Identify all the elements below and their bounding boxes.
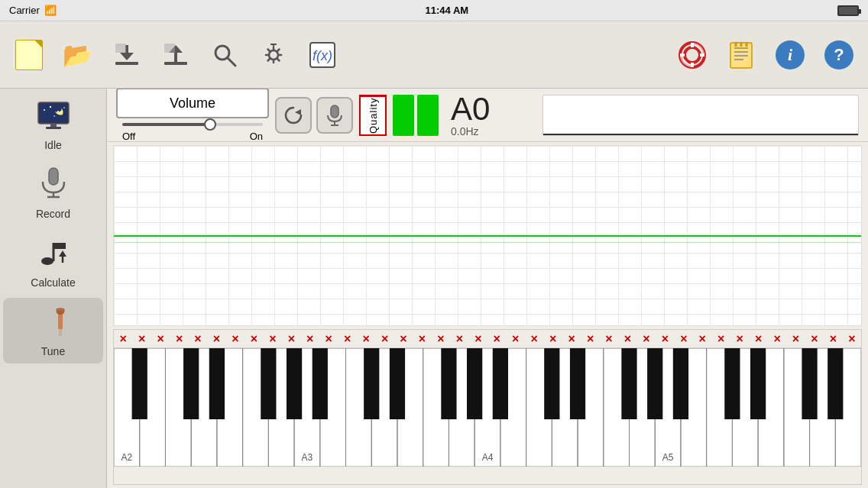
svg-point-31 [49,106,50,108]
svg-rect-48 [59,327,62,336]
status-bar: Carrier 📶 11:44 AM [0,0,868,21]
svg-rect-36 [46,127,61,129]
control-buttons [275,97,353,134]
tune-label: Tune [41,345,65,357]
top-controls: Volume Off On [107,89,868,142]
svg-rect-29 [40,104,67,122]
info-icon: i [773,38,807,72]
note-freq: 0.0Hz [451,125,479,137]
info-button[interactable]: i [767,32,813,78]
svg-marker-2 [120,53,134,60]
new-file-button[interactable] [6,32,52,78]
calculate-label: Calculate [31,276,75,289]
volume-slider-thumb[interactable] [204,118,216,131]
sidebar-item-tune[interactable]: Tune [3,298,103,364]
status-right [837,5,859,16]
waveform-area [113,145,862,326]
sidebar-item-record[interactable]: Record [3,160,103,226]
quality-box: Quality [359,95,387,136]
svg-rect-35 [50,124,57,127]
tune-icon [38,304,69,342]
piano-area [113,347,862,485]
import-icon [110,38,144,72]
export-icon [159,38,193,72]
lifesaver-icon [675,38,709,72]
svg-point-15 [685,47,700,63]
search-icon [208,38,241,72]
open-button[interactable]: 📂 [55,32,101,78]
svg-rect-42 [53,243,66,249]
lifesaver-button[interactable] [669,32,715,78]
piano-canvas[interactable] [114,348,861,467]
help-icon: ? [822,38,856,72]
notes-icon [724,38,758,72]
svg-marker-49 [295,109,301,115]
new-file-icon [12,38,46,72]
reset-button[interactable] [275,97,312,134]
microphone-button[interactable] [316,97,353,134]
open-folder-icon: 📂 [61,38,95,72]
svg-marker-44 [59,250,66,257]
note-display: A0 0.0Hz [445,93,536,137]
calculate-icon [38,235,69,273]
battery-icon [837,5,859,16]
level-bars [393,95,439,136]
record-label: Record [36,208,70,220]
tuner-meter [542,95,859,136]
import-button[interactable] [104,32,150,78]
settings-button[interactable] [251,32,296,78]
sidebar-item-idle[interactable]: Idle [3,95,103,157]
svg-point-33 [63,107,65,108]
svg-point-30 [44,109,45,111]
sidebar: Idle Record [0,89,107,488]
content-area: Volume Off On [107,89,868,488]
settings-icon [257,38,290,72]
svg-rect-46 [58,312,63,329]
quality-label: Quality [368,97,379,133]
search-button[interactable] [202,32,248,78]
notes-button[interactable] [718,32,764,78]
svg-point-47 [57,310,64,315]
record-icon [38,166,69,205]
svg-rect-50 [331,105,338,118]
svg-line-9 [228,58,235,66]
idle-icon [35,101,72,136]
volume-slider-fill [122,123,206,126]
off-label: Off [122,131,135,142]
export-button[interactable] [153,32,199,78]
svg-point-34 [53,115,55,117]
svg-text:f(x): f(x) [313,48,332,63]
level-bar-1 [393,95,414,136]
x-marks-row: × × × × × × × × × × × × × × × × × × × × … [113,329,862,347]
tuner-line [543,134,858,135]
status-left: Carrier 📶 [9,5,57,16]
volume-control: Volume Off On [116,89,269,142]
idle-label: Idle [44,139,62,151]
sidebar-item-calculate[interactable]: Calculate [3,229,103,295]
formula-icon: f(x) [306,38,339,72]
svg-rect-5 [174,51,177,63]
help-button[interactable]: ? [816,32,862,78]
formula-button[interactable]: f(x) [300,32,345,78]
time-display: 11:44 AM [426,5,469,16]
toolbar-left: 📂 [6,32,345,78]
waveform-shadow-line [114,242,861,243]
main-area: Idle Record [0,89,868,488]
volume-label-box: Volume [116,89,269,118]
toolbar-right: i ? [669,32,862,78]
svg-rect-3 [115,44,126,53]
toolbar: 📂 [0,21,868,89]
on-label: On [250,131,263,142]
svg-rect-0 [115,62,138,65]
volume-label: Volume [170,95,215,111]
waveform-grid [114,146,861,325]
carrier-label: Carrier [9,5,40,16]
level-bar-2 [417,95,439,136]
svg-rect-37 [49,168,58,185]
svg-rect-7 [164,44,175,53]
waveform-center-line [114,235,861,237]
wifi-icon: 📶 [44,5,57,16]
volume-slider-track[interactable] [122,123,263,126]
svg-point-40 [41,257,53,265]
note-name: A0 [451,93,490,125]
